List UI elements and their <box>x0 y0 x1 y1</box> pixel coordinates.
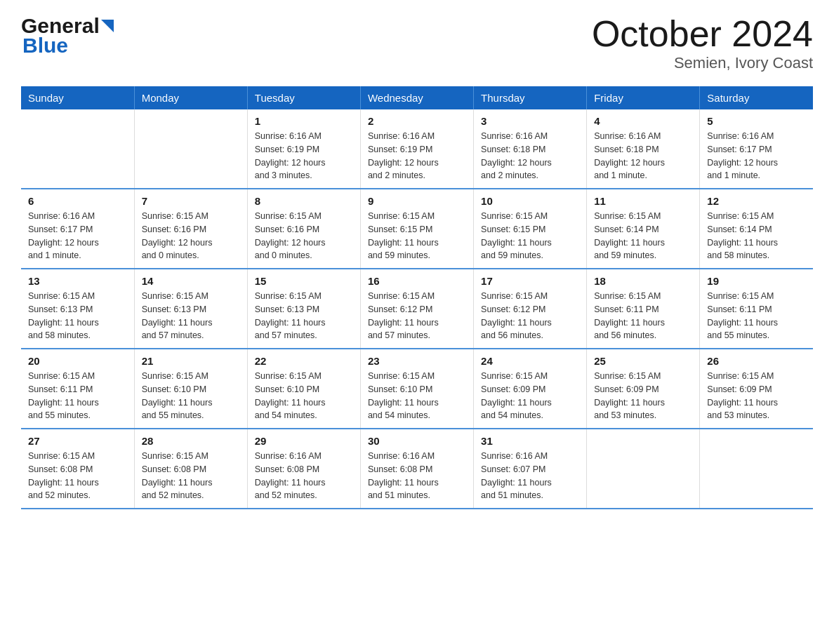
weekday-header-friday: Friday <box>587 86 700 109</box>
day-cell: 5Sunrise: 6:16 AM Sunset: 6:17 PM Daylig… <box>700 109 813 189</box>
day-cell: 25Sunrise: 6:15 AM Sunset: 6:09 PM Dayli… <box>587 349 700 429</box>
day-number: 19 <box>707 275 806 287</box>
day-number: 28 <box>142 435 240 447</box>
day-number: 15 <box>255 275 353 287</box>
day-info: Sunrise: 6:15 AM Sunset: 6:14 PM Dayligh… <box>594 210 692 262</box>
day-info: Sunrise: 6:15 AM Sunset: 6:13 PM Dayligh… <box>142 290 240 342</box>
day-cell: 9Sunrise: 6:15 AM Sunset: 6:15 PM Daylig… <box>360 189 473 269</box>
day-info: Sunrise: 6:15 AM Sunset: 6:10 PM Dayligh… <box>368 370 466 422</box>
calendar-table: SundayMondayTuesdayWednesdayThursdayFrid… <box>21 86 813 509</box>
day-info: Sunrise: 6:15 AM Sunset: 6:12 PM Dayligh… <box>481 290 579 342</box>
day-info: Sunrise: 6:16 AM Sunset: 6:19 PM Dayligh… <box>368 130 466 182</box>
day-cell: 26Sunrise: 6:15 AM Sunset: 6:09 PM Dayli… <box>700 349 813 429</box>
day-number: 18 <box>594 275 692 287</box>
day-info: Sunrise: 6:15 AM Sunset: 6:10 PM Dayligh… <box>142 370 240 422</box>
day-cell: 13Sunrise: 6:15 AM Sunset: 6:13 PM Dayli… <box>21 269 134 349</box>
day-number: 6 <box>28 195 127 207</box>
day-cell: 21Sunrise: 6:15 AM Sunset: 6:10 PM Dayli… <box>134 349 247 429</box>
week-row-3: 13Sunrise: 6:15 AM Sunset: 6:13 PM Dayli… <box>21 269 813 349</box>
logo-triangle-icon <box>101 17 117 32</box>
day-info: Sunrise: 6:15 AM Sunset: 6:15 PM Dayligh… <box>481 210 579 262</box>
day-info: Sunrise: 6:15 AM Sunset: 6:15 PM Dayligh… <box>368 210 466 262</box>
day-number: 4 <box>594 115 692 127</box>
week-row-2: 6Sunrise: 6:16 AM Sunset: 6:17 PM Daylig… <box>21 189 813 269</box>
weekday-header-tuesday: Tuesday <box>247 86 360 109</box>
day-number: 14 <box>142 275 240 287</box>
month-title: October 2024 <box>592 14 813 54</box>
day-cell: 12Sunrise: 6:15 AM Sunset: 6:14 PM Dayli… <box>700 189 813 269</box>
day-number: 26 <box>707 355 806 367</box>
day-info: Sunrise: 6:16 AM Sunset: 6:17 PM Dayligh… <box>28 210 127 262</box>
day-cell: 24Sunrise: 6:15 AM Sunset: 6:09 PM Dayli… <box>474 349 587 429</box>
logo: General Blue <box>21 14 117 58</box>
day-number: 12 <box>707 195 806 207</box>
weekday-header-thursday: Thursday <box>474 86 587 109</box>
day-cell: 16Sunrise: 6:15 AM Sunset: 6:12 PM Dayli… <box>360 269 473 349</box>
day-cell: 3Sunrise: 6:16 AM Sunset: 6:18 PM Daylig… <box>474 109 587 189</box>
day-number: 8 <box>255 195 353 207</box>
header: General Blue October 2024 Semien, Ivory … <box>21 14 813 72</box>
day-info: Sunrise: 6:16 AM Sunset: 6:08 PM Dayligh… <box>368 450 466 502</box>
day-cell: 20Sunrise: 6:15 AM Sunset: 6:11 PM Dayli… <box>21 349 134 429</box>
day-number: 1 <box>255 115 353 127</box>
day-info: Sunrise: 6:16 AM Sunset: 6:19 PM Dayligh… <box>255 130 353 182</box>
weekday-header-monday: Monday <box>134 86 247 109</box>
week-row-4: 20Sunrise: 6:15 AM Sunset: 6:11 PM Dayli… <box>21 349 813 429</box>
day-info: Sunrise: 6:16 AM Sunset: 6:08 PM Dayligh… <box>255 450 353 502</box>
day-number: 23 <box>368 355 466 367</box>
day-number: 27 <box>28 435 127 447</box>
calendar-body: 1Sunrise: 6:16 AM Sunset: 6:19 PM Daylig… <box>21 109 813 509</box>
day-info: Sunrise: 6:15 AM Sunset: 6:09 PM Dayligh… <box>481 370 579 422</box>
day-number: 22 <box>255 355 353 367</box>
day-info: Sunrise: 6:16 AM Sunset: 6:17 PM Dayligh… <box>707 130 806 182</box>
day-info: Sunrise: 6:15 AM Sunset: 6:16 PM Dayligh… <box>142 210 240 262</box>
day-cell: 18Sunrise: 6:15 AM Sunset: 6:11 PM Dayli… <box>587 269 700 349</box>
calendar-header: SundayMondayTuesdayWednesdayThursdayFrid… <box>21 86 813 109</box>
day-cell: 28Sunrise: 6:15 AM Sunset: 6:08 PM Dayli… <box>134 429 247 509</box>
day-info: Sunrise: 6:15 AM Sunset: 6:09 PM Dayligh… <box>707 370 806 422</box>
day-info: Sunrise: 6:15 AM Sunset: 6:11 PM Dayligh… <box>594 290 692 342</box>
day-cell <box>700 429 813 509</box>
day-cell: 27Sunrise: 6:15 AM Sunset: 6:08 PM Dayli… <box>21 429 134 509</box>
day-info: Sunrise: 6:15 AM Sunset: 6:12 PM Dayligh… <box>368 290 466 342</box>
day-cell: 19Sunrise: 6:15 AM Sunset: 6:11 PM Dayli… <box>700 269 813 349</box>
day-number: 3 <box>481 115 579 127</box>
day-cell <box>21 109 134 189</box>
day-info: Sunrise: 6:15 AM Sunset: 6:08 PM Dayligh… <box>28 450 127 502</box>
weekday-header-wednesday: Wednesday <box>360 86 473 109</box>
day-info: Sunrise: 6:15 AM Sunset: 6:09 PM Dayligh… <box>594 370 692 422</box>
day-cell: 30Sunrise: 6:16 AM Sunset: 6:08 PM Dayli… <box>360 429 473 509</box>
weekday-header-saturday: Saturday <box>700 86 813 109</box>
day-cell: 15Sunrise: 6:15 AM Sunset: 6:13 PM Dayli… <box>247 269 360 349</box>
day-cell: 23Sunrise: 6:15 AM Sunset: 6:10 PM Dayli… <box>360 349 473 429</box>
day-info: Sunrise: 6:15 AM Sunset: 6:13 PM Dayligh… <box>28 290 127 342</box>
day-cell: 2Sunrise: 6:16 AM Sunset: 6:19 PM Daylig… <box>360 109 473 189</box>
day-info: Sunrise: 6:16 AM Sunset: 6:18 PM Dayligh… <box>594 130 692 182</box>
day-cell: 4Sunrise: 6:16 AM Sunset: 6:18 PM Daylig… <box>587 109 700 189</box>
location-title: Semien, Ivory Coast <box>592 54 813 72</box>
week-row-5: 27Sunrise: 6:15 AM Sunset: 6:08 PM Dayli… <box>21 429 813 509</box>
day-cell: 10Sunrise: 6:15 AM Sunset: 6:15 PM Dayli… <box>474 189 587 269</box>
weekday-header-sunday: Sunday <box>21 86 134 109</box>
day-cell <box>587 429 700 509</box>
day-info: Sunrise: 6:15 AM Sunset: 6:13 PM Dayligh… <box>255 290 353 342</box>
day-info: Sunrise: 6:15 AM Sunset: 6:14 PM Dayligh… <box>707 210 806 262</box>
day-cell: 1Sunrise: 6:16 AM Sunset: 6:19 PM Daylig… <box>247 109 360 189</box>
day-number: 30 <box>368 435 466 447</box>
day-number: 29 <box>255 435 353 447</box>
day-info: Sunrise: 6:15 AM Sunset: 6:10 PM Dayligh… <box>255 370 353 422</box>
day-info: Sunrise: 6:16 AM Sunset: 6:07 PM Dayligh… <box>481 450 579 502</box>
day-number: 20 <box>28 355 127 367</box>
day-number: 25 <box>594 355 692 367</box>
day-info: Sunrise: 6:16 AM Sunset: 6:18 PM Dayligh… <box>481 130 579 182</box>
day-cell: 29Sunrise: 6:16 AM Sunset: 6:08 PM Dayli… <box>247 429 360 509</box>
day-number: 31 <box>481 435 579 447</box>
day-cell: 11Sunrise: 6:15 AM Sunset: 6:14 PM Dayli… <box>587 189 700 269</box>
day-number: 7 <box>142 195 240 207</box>
day-number: 9 <box>368 195 466 207</box>
day-number: 11 <box>594 195 692 207</box>
day-cell: 22Sunrise: 6:15 AM Sunset: 6:10 PM Dayli… <box>247 349 360 429</box>
day-number: 21 <box>142 355 240 367</box>
day-number: 5 <box>707 115 806 127</box>
day-number: 2 <box>368 115 466 127</box>
